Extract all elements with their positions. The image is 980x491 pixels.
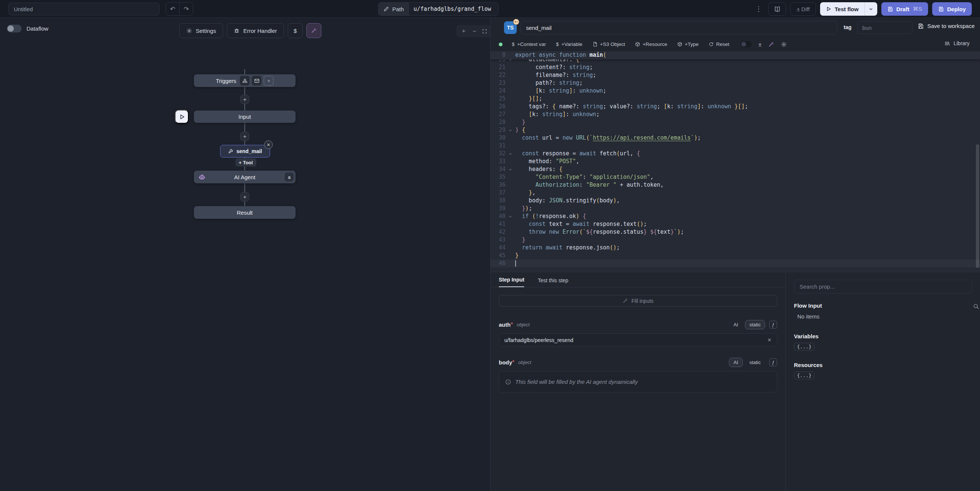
add-trigger-button[interactable]: ＋ [264,76,274,86]
search-prop-input[interactable]: Search prop... [794,280,972,294]
tab-test-this-step[interactable]: Test this step [538,277,568,287]
ai-gen-button[interactable] [768,41,774,48]
code-line-40[interactable]: 40 if (!response.ok) { [490,213,980,220]
undo-redo-group: ↶ ↷ [165,2,193,16]
code-line-43[interactable]: 43 } [490,236,980,244]
code-editor[interactable]: 8export async function main( 20 attachme… [490,51,980,272]
zoom-in-button[interactable]: ＋ [461,27,467,35]
code-line-22[interactable]: 22 filename?: string; [490,72,980,79]
insert-step-button[interactable]: ＋ [240,95,249,104]
ai-wand-button[interactable] [306,23,321,38]
code-line-36[interactable]: 36 Authorization: "Bearer " + auth.token… [490,181,980,189]
code-line-45[interactable]: 45} [490,252,980,259]
code-line-38[interactable]: 38 body: JSON.stringify(body), [490,197,980,205]
code-line-8[interactable]: 8export async function main( [490,51,606,59]
code-line-37[interactable]: 37 }, [490,189,980,197]
flow-editor-app: Untitled ↶ ↷ Path u/farhadglbs/grand_flo… [0,0,980,491]
insert-step-button[interactable]: ＋ [240,132,249,141]
zoom-out-button[interactable]: − [473,28,476,35]
dataflow-toggle[interactable] [7,25,22,32]
editor-scrollbar[interactable] [976,145,979,268]
insert-step-button[interactable]: ＋ [240,192,249,201]
error-handler-button[interactable]: Error Handler [227,23,284,38]
body-mode-ai-button[interactable]: AI [729,358,742,367]
tag-input[interactable]: bun [857,21,912,34]
code-line-23[interactable]: 23 path?: string; [490,79,980,87]
fill-inputs-button[interactable]: Fill inputs [499,295,777,307]
step-input-panel: Step Input Test this step Fill inputs au… [490,272,786,491]
code-line-35[interactable]: 35 "Content-Type": "application/json", [490,173,980,181]
code-line-27[interactable]: 27 [k: string]: unknown; [490,111,980,118]
topbar-actions: ⋮ ± Diff Test flow Draft⌘S Deploy [753,2,972,16]
remove-tool-button[interactable]: ✕ [264,140,273,149]
context-var-button[interactable]: $ [288,23,302,38]
body-mode-static-button[interactable]: static [745,358,765,367]
run-input-button[interactable] [175,110,189,124]
add-tool-button[interactable]: + Tool [235,158,256,167]
ai-agent-node[interactable]: AI Agent a [194,171,296,183]
code-line-46[interactable]: 46 [490,259,980,267]
code-line-32[interactable]: 32 const response = await fetch(url, { [490,150,980,157]
gear-icon [186,28,192,33]
code-line-29[interactable]: 29) { [490,126,980,134]
step-name-input[interactable]: send_mail [520,21,837,34]
toolbar-resource-button[interactable]: +Resource [635,41,667,47]
code-line-44[interactable]: 44 return await response.json(); [490,244,980,252]
code-line-39[interactable]: 39 }); [490,205,980,213]
deploy-button[interactable]: Deploy [932,2,972,16]
code-line-33[interactable]: 33 method: "POST", [490,157,980,165]
toolbar-variable-button[interactable]: $+Variable [556,41,582,47]
assistant-toggle[interactable] [740,41,752,48]
code-line-30[interactable]: 30 const url = new URL(`https://api.rese… [490,134,980,142]
result-node[interactable]: Result [194,206,296,219]
test-flow-button[interactable]: Test flow [820,6,865,12]
code-line-42[interactable]: 42 throw new Error(`${response.status} $… [490,228,980,236]
code-line-24[interactable]: 24 [k: string]: unknown; [490,87,980,95]
toolbar-type-button[interactable]: +Type [678,41,698,47]
flow-title-input[interactable]: Untitled [8,3,159,15]
triggers-node[interactable]: Triggers ＋ [194,74,296,87]
draft-button[interactable]: Draft⌘S [881,2,928,16]
expression-toggle-icon[interactable]: ƒ [769,358,777,366]
flow-canvas[interactable]: Dataflow Settings Error Handler $ ＋ − [0,18,490,491]
undo-button[interactable]: ↶ [166,3,179,15]
save-to-workspace-button[interactable]: Save to workspace [918,23,975,29]
input-node[interactable]: Input [194,111,296,123]
webhook-trigger-icon[interactable] [240,76,250,86]
toolbar-s3object-button[interactable]: +S3 Object [593,41,625,47]
variables-object-badge[interactable]: {...} [794,343,815,351]
code-line-34[interactable]: 34 headers: { [490,165,980,173]
tab-step-input[interactable]: Step Input [499,276,524,287]
auth-value-input[interactable]: u/farhadglbs/peerless_resend ✕ [499,334,777,346]
ai-agent-node-label: AI Agent [234,174,256,180]
robot-icon [198,173,205,180]
toolbar-reset-button[interactable]: Reset [709,41,729,47]
code-line-41[interactable]: 41 const text = await response.text(); [490,220,980,228]
toolbar-contextvar-button[interactable]: $+Context var [512,41,546,47]
wand-icon [311,28,317,33]
clear-icon[interactable]: ✕ [767,337,772,343]
diff-mode-button[interactable]: ± [759,41,761,48]
code-line-26[interactable]: 26 tags?: { name?: string; value?: strin… [490,103,980,111]
auth-mode-ai-button[interactable]: AI [729,320,742,329]
path-chip[interactable]: Path u/farhadglbs/grand_flow [378,2,498,16]
send-mail-node[interactable]: send_mail [220,145,270,157]
expression-toggle-icon[interactable]: ƒ [769,321,777,329]
email-trigger-icon[interactable] [252,76,261,86]
editor-settings-button[interactable] [781,41,787,48]
code-line-25[interactable]: 25 }[]; [490,95,980,103]
diff-button[interactable]: ± Diff [790,2,816,16]
settings-button[interactable]: Settings [179,23,223,38]
docs-button[interactable] [768,2,786,16]
code-line-28[interactable]: 28 } [490,118,980,126]
search-icon[interactable] [973,303,979,310]
library-button[interactable]: Library [945,40,970,46]
test-flow-dropdown[interactable] [865,2,877,16]
more-menu-button[interactable]: ⋮ [753,5,764,13]
resources-object-badge[interactable]: {...} [794,372,815,379]
code-line-31[interactable]: 31 [490,142,980,150]
code-line-21[interactable]: 21 content?: string; [490,64,980,72]
fit-view-button[interactable] [482,29,487,34]
auth-mode-static-button[interactable]: static [745,320,765,329]
redo-button[interactable]: ↷ [179,3,193,15]
